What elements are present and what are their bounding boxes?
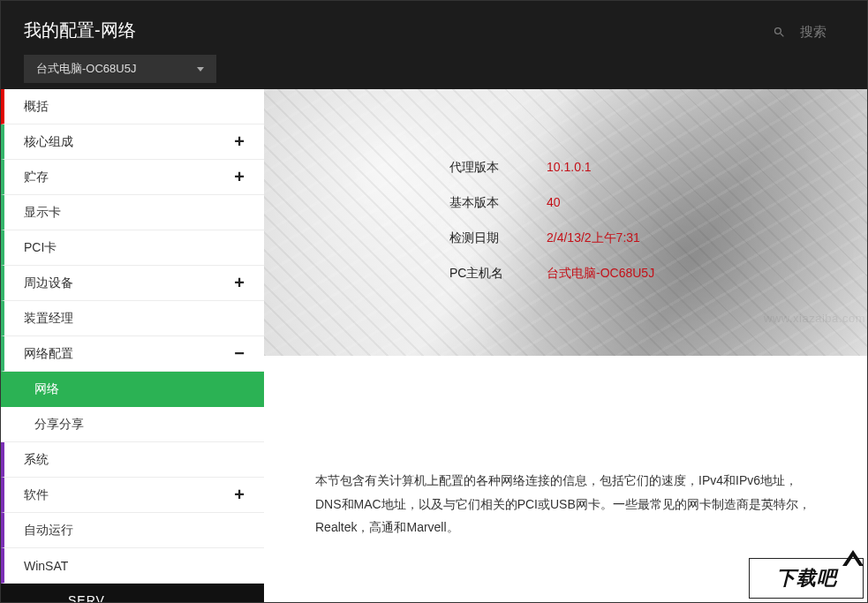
sidebar-item-label: 周边设备 [24, 275, 73, 291]
info-label: 基本版本 [449, 195, 547, 211]
sidebar-item-serv[interactable]: SERV [1, 584, 264, 603]
sidebar-item-label: 软件 [24, 487, 49, 503]
content-area: 概括 核心组成 + 贮存 + 显示卡 PCI卡 周边设备 + 装置经理 网络配置 [1, 89, 867, 603]
sidebar-item-autorun[interactable]: 自动运行 [1, 513, 264, 548]
sidebar-item-label: WinSAT [24, 559, 68, 573]
sidebar-item-label: 核心组成 [24, 134, 73, 150]
search-placeholder: 搜索 [800, 24, 826, 41]
info-value: 台式电脑-OC68U5J [547, 266, 654, 282]
sidebar-item-label: 概括 [24, 99, 49, 115]
header-bar: 我的配置-网络 台式电脑-OC68U5J 搜索 [1, 1, 867, 89]
sidebar-item-winsat[interactable]: WinSAT [1, 548, 264, 584]
header-left: 我的配置-网络 台式电脑-OC68U5J [24, 19, 216, 89]
info-value: 40 [547, 195, 561, 211]
device-dropdown-value: 台式电脑-OC68U5J [36, 61, 136, 77]
info-block: 代理版本 10.1.0.1 基本版本 40 检测日期 2/4/13/2上午7:3… [449, 160, 803, 301]
info-value: 10.1.0.1 [547, 160, 592, 176]
sidebar-item-label: 显示卡 [24, 205, 61, 221]
info-label: 检测日期 [449, 230, 547, 246]
description-text: 本节包含有关计算机上配置的各种网络连接的信息，包括它们的速度，IPv4和IPv6… [315, 469, 816, 539]
sidebar-item-display[interactable]: 显示卡 [1, 195, 264, 230]
info-row-scan-date: 检测日期 2/4/13/2上午7:31 [449, 230, 803, 246]
info-value: 2/4/13/2上午7:31 [547, 230, 640, 246]
collapse-icon: − [234, 343, 245, 364]
site-logo-text: 下载吧 [776, 565, 837, 592]
sidebar-item-pci[interactable]: PCI卡 [1, 230, 264, 266]
info-row-hostname: PC主机名 台式电脑-OC68U5J [449, 266, 803, 282]
sidebar-item-label: 自动运行 [24, 523, 73, 539]
info-banner: www.xiazaiba.com 代理版本 10.1.0.1 基本版本 40 检… [264, 89, 867, 356]
sidebar-sub-label: 网络 [34, 381, 59, 397]
sidebar-item-peripherals[interactable]: 周边设备 + [1, 266, 264, 301]
sidebar-item-storage[interactable]: 贮存 + [1, 160, 264, 195]
info-label: 代理版本 [449, 160, 547, 176]
sidebar: 概括 核心组成 + 贮存 + 显示卡 PCI卡 周边设备 + 装置经理 网络配置 [1, 89, 264, 603]
sidebar-item-label: 网络配置 [24, 346, 73, 362]
sidebar-item-label: PCI卡 [24, 240, 57, 256]
sidebar-item-core[interactable]: 核心组成 + [1, 124, 264, 160]
main-panel: www.xiazaiba.com 代理版本 10.1.0.1 基本版本 40 检… [264, 89, 867, 603]
sidebar-item-device-manager[interactable]: 装置经理 [1, 301, 264, 336]
sidebar-sub-label: 分享分享 [34, 417, 84, 433]
site-logo: 下载吧 [749, 558, 864, 599]
sidebar-item-overview[interactable]: 概括 [1, 89, 264, 124]
sidebar-item-label: SERV [68, 593, 105, 603]
search-box[interactable]: 搜索 [773, 19, 844, 45]
sidebar-item-label: 贮存 [24, 170, 49, 185]
sidebar-sub-network[interactable]: 网络 [1, 372, 264, 407]
sidebar-item-software[interactable]: 软件 + [1, 478, 264, 513]
sidebar-item-network-config[interactable]: 网络配置 − [1, 336, 264, 372]
expand-icon: + [234, 167, 245, 187]
chevron-down-icon [197, 67, 204, 72]
info-row-base-version: 基本版本 40 [449, 195, 803, 211]
search-icon [773, 26, 786, 39]
info-row-agent-version: 代理版本 10.1.0.1 [449, 160, 803, 176]
page-title: 我的配置-网络 [24, 19, 216, 42]
device-dropdown[interactable]: 台式电脑-OC68U5J [24, 55, 216, 83]
expand-icon: + [234, 485, 245, 505]
sidebar-item-label: 装置经理 [24, 311, 73, 327]
sidebar-sub-sharing[interactable]: 分享分享 [1, 407, 264, 442]
info-label: PC主机名 [449, 266, 547, 282]
expand-icon: + [234, 273, 245, 293]
sidebar-item-system[interactable]: 系统 [1, 442, 264, 478]
expand-icon: + [234, 132, 245, 152]
sidebar-item-label: 系统 [24, 452, 49, 468]
